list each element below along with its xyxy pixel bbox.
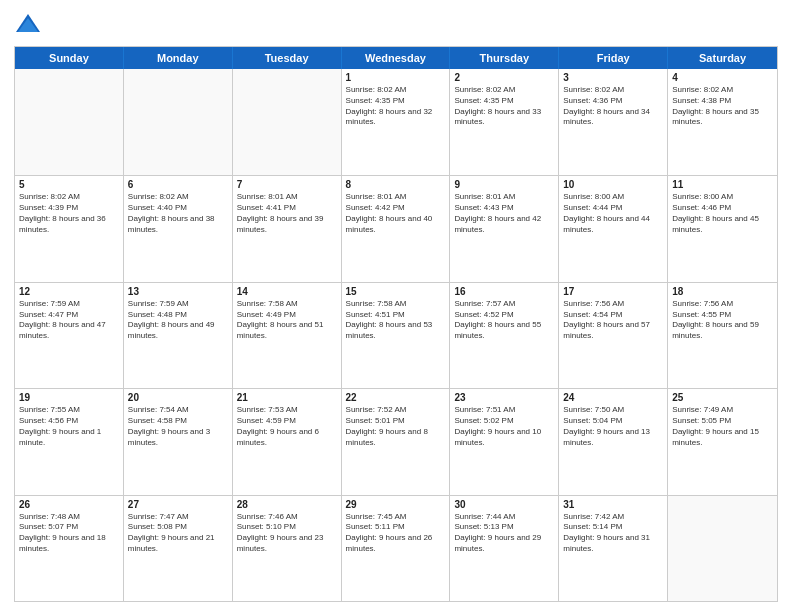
day-info: Sunrise: 7:56 AM Sunset: 4:55 PM Dayligh… (672, 299, 773, 342)
day-number: 20 (128, 392, 228, 403)
day-cell-3: 3Sunrise: 8:02 AM Sunset: 4:36 PM Daylig… (559, 69, 668, 175)
day-number: 17 (563, 286, 663, 297)
day-number: 9 (454, 179, 554, 190)
page: SundayMondayTuesdayWednesdayThursdayFrid… (0, 0, 792, 612)
day-cell-14: 14Sunrise: 7:58 AM Sunset: 4:49 PM Dayli… (233, 283, 342, 388)
header-day-sunday: Sunday (15, 47, 124, 69)
day-cell-5: 5Sunrise: 8:02 AM Sunset: 4:39 PM Daylig… (15, 176, 124, 281)
day-info: Sunrise: 7:58 AM Sunset: 4:49 PM Dayligh… (237, 299, 337, 342)
day-number: 14 (237, 286, 337, 297)
day-number: 31 (563, 499, 663, 510)
header-day-wednesday: Wednesday (342, 47, 451, 69)
day-info: Sunrise: 7:44 AM Sunset: 5:13 PM Dayligh… (454, 512, 554, 555)
day-info: Sunrise: 8:01 AM Sunset: 4:41 PM Dayligh… (237, 192, 337, 235)
day-cell-16: 16Sunrise: 7:57 AM Sunset: 4:52 PM Dayli… (450, 283, 559, 388)
day-info: Sunrise: 7:55 AM Sunset: 4:56 PM Dayligh… (19, 405, 119, 448)
day-number: 12 (19, 286, 119, 297)
day-number: 3 (563, 72, 663, 83)
day-cell-20: 20Sunrise: 7:54 AM Sunset: 4:58 PM Dayli… (124, 389, 233, 494)
day-info: Sunrise: 7:51 AM Sunset: 5:02 PM Dayligh… (454, 405, 554, 448)
logo-icon (14, 10, 42, 38)
day-cell-13: 13Sunrise: 7:59 AM Sunset: 4:48 PM Dayli… (124, 283, 233, 388)
day-cell-10: 10Sunrise: 8:00 AM Sunset: 4:44 PM Dayli… (559, 176, 668, 281)
day-number: 30 (454, 499, 554, 510)
calendar-row-4: 19Sunrise: 7:55 AM Sunset: 4:56 PM Dayli… (15, 388, 777, 494)
day-info: Sunrise: 8:02 AM Sunset: 4:40 PM Dayligh… (128, 192, 228, 235)
header-day-saturday: Saturday (668, 47, 777, 69)
calendar-header: SundayMondayTuesdayWednesdayThursdayFrid… (15, 47, 777, 69)
day-info: Sunrise: 7:53 AM Sunset: 4:59 PM Dayligh… (237, 405, 337, 448)
day-cell-23: 23Sunrise: 7:51 AM Sunset: 5:02 PM Dayli… (450, 389, 559, 494)
day-number: 10 (563, 179, 663, 190)
day-cell-25: 25Sunrise: 7:49 AM Sunset: 5:05 PM Dayli… (668, 389, 777, 494)
day-info: Sunrise: 8:02 AM Sunset: 4:36 PM Dayligh… (563, 85, 663, 128)
day-info: Sunrise: 7:49 AM Sunset: 5:05 PM Dayligh… (672, 405, 773, 448)
day-number: 22 (346, 392, 446, 403)
day-cell-27: 27Sunrise: 7:47 AM Sunset: 5:08 PM Dayli… (124, 496, 233, 601)
calendar-row-3: 12Sunrise: 7:59 AM Sunset: 4:47 PM Dayli… (15, 282, 777, 388)
day-number: 18 (672, 286, 773, 297)
empty-cell (233, 69, 342, 175)
day-info: Sunrise: 7:56 AM Sunset: 4:54 PM Dayligh… (563, 299, 663, 342)
day-cell-11: 11Sunrise: 8:00 AM Sunset: 4:46 PM Dayli… (668, 176, 777, 281)
calendar-row-2: 5Sunrise: 8:02 AM Sunset: 4:39 PM Daylig… (15, 175, 777, 281)
day-info: Sunrise: 8:00 AM Sunset: 4:46 PM Dayligh… (672, 192, 773, 235)
logo (14, 10, 44, 38)
day-cell-4: 4Sunrise: 8:02 AM Sunset: 4:38 PM Daylig… (668, 69, 777, 175)
day-number: 26 (19, 499, 119, 510)
day-info: Sunrise: 7:42 AM Sunset: 5:14 PM Dayligh… (563, 512, 663, 555)
day-cell-15: 15Sunrise: 7:58 AM Sunset: 4:51 PM Dayli… (342, 283, 451, 388)
day-info: Sunrise: 7:46 AM Sunset: 5:10 PM Dayligh… (237, 512, 337, 555)
day-info: Sunrise: 7:54 AM Sunset: 4:58 PM Dayligh… (128, 405, 228, 448)
day-number: 11 (672, 179, 773, 190)
day-cell-9: 9Sunrise: 8:01 AM Sunset: 4:43 PM Daylig… (450, 176, 559, 281)
header-day-monday: Monday (124, 47, 233, 69)
empty-cell (668, 496, 777, 601)
day-number: 5 (19, 179, 119, 190)
header-day-tuesday: Tuesday (233, 47, 342, 69)
day-cell-12: 12Sunrise: 7:59 AM Sunset: 4:47 PM Dayli… (15, 283, 124, 388)
day-info: Sunrise: 8:01 AM Sunset: 4:42 PM Dayligh… (346, 192, 446, 235)
day-info: Sunrise: 7:57 AM Sunset: 4:52 PM Dayligh… (454, 299, 554, 342)
day-number: 1 (346, 72, 446, 83)
day-cell-29: 29Sunrise: 7:45 AM Sunset: 5:11 PM Dayli… (342, 496, 451, 601)
day-cell-18: 18Sunrise: 7:56 AM Sunset: 4:55 PM Dayli… (668, 283, 777, 388)
day-cell-24: 24Sunrise: 7:50 AM Sunset: 5:04 PM Dayli… (559, 389, 668, 494)
day-cell-31: 31Sunrise: 7:42 AM Sunset: 5:14 PM Dayli… (559, 496, 668, 601)
header-day-thursday: Thursday (450, 47, 559, 69)
empty-cell (124, 69, 233, 175)
day-number: 13 (128, 286, 228, 297)
day-number: 19 (19, 392, 119, 403)
day-number: 23 (454, 392, 554, 403)
day-number: 28 (237, 499, 337, 510)
day-cell-28: 28Sunrise: 7:46 AM Sunset: 5:10 PM Dayli… (233, 496, 342, 601)
day-info: Sunrise: 8:02 AM Sunset: 4:39 PM Dayligh… (19, 192, 119, 235)
day-cell-6: 6Sunrise: 8:02 AM Sunset: 4:40 PM Daylig… (124, 176, 233, 281)
day-number: 21 (237, 392, 337, 403)
day-info: Sunrise: 7:58 AM Sunset: 4:51 PM Dayligh… (346, 299, 446, 342)
day-info: Sunrise: 8:02 AM Sunset: 4:35 PM Dayligh… (454, 85, 554, 128)
day-number: 2 (454, 72, 554, 83)
day-cell-2: 2Sunrise: 8:02 AM Sunset: 4:35 PM Daylig… (450, 69, 559, 175)
day-number: 27 (128, 499, 228, 510)
day-number: 4 (672, 72, 773, 83)
day-cell-1: 1Sunrise: 8:02 AM Sunset: 4:35 PM Daylig… (342, 69, 451, 175)
header (14, 10, 778, 38)
day-cell-7: 7Sunrise: 8:01 AM Sunset: 4:41 PM Daylig… (233, 176, 342, 281)
day-info: Sunrise: 7:59 AM Sunset: 4:47 PM Dayligh… (19, 299, 119, 342)
header-day-friday: Friday (559, 47, 668, 69)
day-info: Sunrise: 8:02 AM Sunset: 4:38 PM Dayligh… (672, 85, 773, 128)
day-info: Sunrise: 8:01 AM Sunset: 4:43 PM Dayligh… (454, 192, 554, 235)
calendar-body: 1Sunrise: 8:02 AM Sunset: 4:35 PM Daylig… (15, 69, 777, 601)
empty-cell (15, 69, 124, 175)
day-cell-30: 30Sunrise: 7:44 AM Sunset: 5:13 PM Dayli… (450, 496, 559, 601)
calendar-row-1: 1Sunrise: 8:02 AM Sunset: 4:35 PM Daylig… (15, 69, 777, 175)
day-cell-22: 22Sunrise: 7:52 AM Sunset: 5:01 PM Dayli… (342, 389, 451, 494)
day-number: 6 (128, 179, 228, 190)
day-info: Sunrise: 7:59 AM Sunset: 4:48 PM Dayligh… (128, 299, 228, 342)
day-info: Sunrise: 7:45 AM Sunset: 5:11 PM Dayligh… (346, 512, 446, 555)
day-info: Sunrise: 8:02 AM Sunset: 4:35 PM Dayligh… (346, 85, 446, 128)
day-info: Sunrise: 7:52 AM Sunset: 5:01 PM Dayligh… (346, 405, 446, 448)
day-number: 16 (454, 286, 554, 297)
day-info: Sunrise: 7:50 AM Sunset: 5:04 PM Dayligh… (563, 405, 663, 448)
